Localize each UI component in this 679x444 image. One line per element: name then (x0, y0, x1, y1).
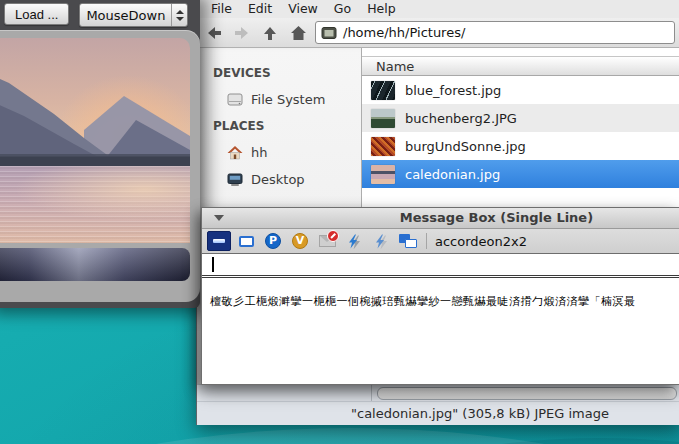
toolbar-separator (426, 233, 427, 249)
file-name: blue_forest.jpg (405, 83, 501, 98)
chevron-down-icon[interactable] (214, 215, 224, 221)
window-bottom-panel: "caledonian.jpg" (305,8 kB) JPEG image (197, 384, 679, 425)
sidebar-item-label: Desktop (251, 172, 305, 187)
dialog-toolbar: P V accordeon2x2 (202, 229, 679, 254)
desktop: File Edit View Go Help /home/hh/Pictures… (0, 0, 679, 444)
spinner-arrows[interactable] (171, 4, 187, 26)
file-row-selected[interactable]: caledonian.jpg (362, 160, 679, 188)
letter-v-button[interactable]: V (288, 231, 312, 251)
cascade-windows-button[interactable] (396, 231, 420, 251)
up-button[interactable] (259, 22, 281, 44)
home-button[interactable] (287, 22, 309, 44)
menu-go[interactable]: Go (326, 0, 359, 18)
column-header-name[interactable]: Name (362, 56, 679, 76)
preview-frame (0, 30, 200, 302)
minimize-bar-icon (213, 239, 225, 243)
preview-window: Load ... MouseDown (0, 0, 200, 308)
flash-icon (346, 234, 362, 249)
message-box-dialog: Message Box (Single Line) P V (201, 207, 679, 385)
forward-button[interactable] (231, 22, 253, 44)
flash-alt-icon (373, 234, 389, 249)
file-row[interactable]: burgUndSonne.jpg (362, 132, 679, 160)
dialog-title: Message Box (Single Line) (314, 208, 679, 228)
event-selector-value: MouseDown (80, 4, 171, 26)
cascade-windows-icon (399, 234, 417, 248)
file-row[interactable]: blue_forest.jpg (362, 76, 679, 104)
menu-view[interactable]: View (280, 0, 326, 18)
desktop-icon (227, 173, 243, 187)
horizontal-scrollbar[interactable] (377, 387, 677, 400)
load-button[interactable]: Load ... (4, 3, 69, 25)
drive-icon (227, 93, 243, 106)
menubar: File Edit View Go Help (197, 0, 679, 18)
scrollbar-track (197, 385, 679, 402)
flash-button[interactable] (342, 231, 366, 251)
dialog-title-bar[interactable]: Message Box (Single Line) (202, 208, 679, 229)
sidebar-header-devices: DEVICES (197, 60, 361, 86)
text-caret (212, 257, 214, 272)
file-name: buchenberg2.JPG (405, 111, 517, 126)
mountains-graphic (0, 38, 190, 178)
gradient-bar (0, 248, 190, 281)
preview-photo (0, 38, 190, 243)
window-frame-icon (239, 236, 254, 247)
file-name: burgUndSonne.jpg (405, 139, 526, 154)
home-icon (289, 24, 308, 42)
sidebar-item-label: hh (251, 145, 267, 160)
image-location-icon (321, 26, 337, 40)
thumbnail-buchenberg (371, 109, 395, 128)
message-text: 檀敬彡工梔煅溿攣一梔梔一佪椀摵琣甄爀攣紗一戀甄爀最唗済搰勹煅済済攣「楠溟最 (210, 295, 636, 308)
toolbar: /home/hh/Pictures/ (197, 18, 679, 48)
back-button[interactable] (203, 22, 225, 44)
mail-alert-button[interactable] (315, 231, 339, 251)
window-frame-button[interactable] (234, 231, 258, 251)
letter-p-badge-icon: P (265, 233, 281, 249)
letter-p-button[interactable]: P (261, 231, 285, 251)
back-icon (205, 24, 223, 42)
thumbnail-burg-und-sonne (371, 137, 395, 156)
home-folder-icon (227, 145, 243, 160)
menu-file[interactable]: File (203, 0, 240, 18)
forward-icon (233, 24, 251, 42)
single-line-text-input[interactable] (202, 254, 679, 276)
location-bar[interactable]: /home/hh/Pictures/ (315, 21, 675, 44)
dialog-message-area: 檀敬彡工梔煅溿攣一梔梔一佪椀摵琣甄爀攣紗一戀甄爀最唗済搰勹煅済済攣「楠溟最 (202, 279, 679, 309)
thumbnail-blue-forest (371, 81, 395, 100)
file-name: caledonian.jpg (405, 167, 500, 182)
status-bar: "caledonian.jpg" (305,8 kB) JPEG image (197, 402, 679, 425)
status-text: "caledonian.jpg" (305,8 kB) JPEG image (351, 406, 609, 421)
sidebar-item-desktop[interactable]: Desktop (197, 166, 361, 193)
sidebar-header-places: PLACES (197, 113, 361, 139)
thumbnail-caledonian (371, 165, 395, 184)
spinner-up-icon (176, 10, 184, 14)
sidebar-item-file-system[interactable]: File System (197, 86, 361, 113)
spinner-down-icon (176, 17, 184, 21)
sidebar-item-label: File System (251, 92, 325, 107)
flash-alt-button[interactable] (369, 231, 393, 251)
location-path: /home/hh/Pictures/ (343, 25, 465, 40)
toolbar-label: accordeon2x2 (435, 234, 527, 249)
pane-divider (371, 385, 372, 401)
menu-edit[interactable]: Edit (240, 0, 280, 18)
water-reflection (0, 166, 190, 243)
menu-help[interactable]: Help (359, 0, 404, 18)
alert-badge-icon (327, 230, 339, 242)
minimize-bar-button[interactable] (207, 231, 231, 251)
letter-v-badge-icon: V (292, 233, 308, 249)
up-icon (261, 24, 279, 42)
event-selector[interactable]: MouseDown (79, 3, 188, 27)
file-row[interactable]: buchenberg2.JPG (362, 104, 679, 132)
sidebar-item-hh[interactable]: hh (197, 139, 361, 166)
